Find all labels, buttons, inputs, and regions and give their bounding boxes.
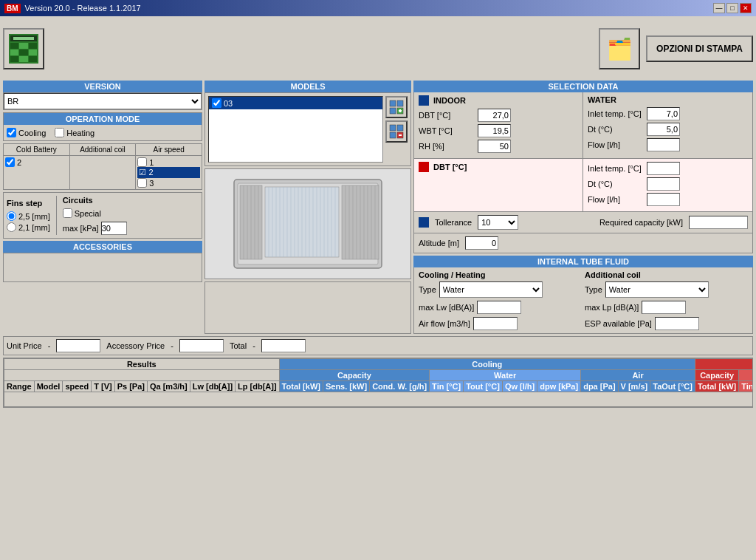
svg-rect-1 xyxy=(397,100,403,106)
svg-rect-0 xyxy=(390,100,396,106)
col-ps: Ps [Pa] xyxy=(114,381,147,392)
calculator-icon xyxy=(9,34,38,64)
col-h-tin: Tin [°C] xyxy=(739,381,753,392)
window-title: Version 20.0 - Release 1.1.2017 xyxy=(25,4,141,13)
top-panels-area: VERSION BRCRDR OPERATION MODE Cooling xyxy=(3,81,753,334)
max-lp-value[interactable] xyxy=(642,301,686,314)
cooling-fluid-select[interactable]: WaterGlycol xyxy=(439,281,543,298)
col-lw: Lw [db[A]] xyxy=(190,381,235,392)
capacity-subheader: Capacity xyxy=(279,370,430,381)
cold-battery-cb[interactable] xyxy=(5,157,15,167)
col-qa: Qa [m3/h] xyxy=(147,381,190,392)
folder-button[interactable]: 🗂️ xyxy=(599,28,640,69)
col-tin-c: Tin [°C] xyxy=(430,381,464,392)
svg-rect-8 xyxy=(390,132,396,138)
right-panel: SELECTION DATA INDOOR DBT xyxy=(413,81,753,334)
svg-rect-2 xyxy=(390,108,396,114)
col-lp: Lp [db[A]] xyxy=(236,381,280,392)
altitude-value[interactable]: 0 xyxy=(465,236,498,250)
add-model-button[interactable] xyxy=(385,96,408,118)
results-table: Results Cooling Heating Capacity Water A… xyxy=(4,358,753,407)
additional-fluid-col: Additional coil Type WaterGlycol xyxy=(585,270,748,298)
cold-battery-header: Cold Battery xyxy=(4,144,70,155)
col-t: T [V] xyxy=(92,381,114,392)
model-list[interactable]: 03 xyxy=(208,96,383,163)
max-lp-row: max Lp [dB(A)] xyxy=(585,301,748,314)
tolerance-indicator xyxy=(419,217,429,228)
col-dpa-pa: dpa [Pa] xyxy=(581,381,618,392)
maximize-button[interactable]: □ xyxy=(726,3,738,13)
flow-value[interactable] xyxy=(647,138,680,151)
folder-icon: 🗂️ xyxy=(607,37,633,61)
req-capacity-value[interactable] xyxy=(689,216,748,229)
dt-value[interactable]: 5,0 xyxy=(647,123,680,136)
circuits-col: Circuits Special max [kPa] xyxy=(56,196,127,235)
results-table-container: Results Cooling Heating Capacity Water A… xyxy=(3,358,753,408)
coil-image xyxy=(205,168,411,279)
water-column: WATER Inlet temp. [°C] 7,0 Dt (°C) 5,0 xyxy=(583,92,752,158)
model-buttons xyxy=(385,96,408,163)
minimize-button[interactable]: — xyxy=(713,3,725,13)
dbt-value[interactable]: 27,0 xyxy=(478,109,511,122)
results-header: Results xyxy=(4,359,280,370)
heating-water-subheader: Water xyxy=(739,370,753,381)
col-v-ms: V [m/s] xyxy=(618,381,650,392)
accessories-middle xyxy=(205,281,411,334)
cooling-air-subheader: Air xyxy=(581,370,695,381)
version-select[interactable]: BRCRDR xyxy=(4,93,202,109)
title-bar: BM Version 20.0 - Release 1.1.2017 — □ ✕ xyxy=(0,0,756,16)
wbt-value[interactable]: 19,5 xyxy=(478,124,511,137)
cooling-water-subheader: Water xyxy=(430,370,581,381)
max-lw-value[interactable] xyxy=(477,301,521,314)
calculator-button[interactable] xyxy=(3,28,44,69)
tolerance-select[interactable]: 5101520 xyxy=(478,215,518,230)
heating-checkbox-label[interactable]: Heating xyxy=(55,128,94,137)
air-flow-value[interactable] xyxy=(473,317,518,330)
col-range: Range xyxy=(4,381,35,392)
additional-coil-cell xyxy=(70,156,137,189)
fins-step-header: Fins step xyxy=(7,199,50,208)
esp-row: ESP available [Pa] xyxy=(585,317,748,330)
bottom-area: Unit Price - Accessory Price - Total - R… xyxy=(3,336,753,408)
inlet-temp-value[interactable]: 7,0 xyxy=(647,107,680,120)
circuits-header: Circuits xyxy=(63,196,127,205)
internal-fluid-section: INTERNAL TUBE FLUID Cooling / Heating Ty… xyxy=(413,256,753,334)
max-kpa-input[interactable] xyxy=(101,222,127,235)
col-speed: speed xyxy=(63,381,92,392)
col-heating-total-kw: Total [kW] xyxy=(695,381,738,392)
col-qw: Qw [l/h] xyxy=(502,381,537,392)
col-tout-c: Tout [°C] xyxy=(464,381,503,392)
cooling-checkbox[interactable] xyxy=(7,128,16,137)
print-options-button[interactable]: OPZIONI DI STAMPA xyxy=(646,35,753,62)
model-item-03[interactable]: 03 xyxy=(209,97,382,109)
heating-header: Heating xyxy=(695,359,753,370)
unit-price-value[interactable] xyxy=(56,339,100,352)
rh-value[interactable]: 50 xyxy=(478,140,511,153)
models-header: MODELS xyxy=(205,81,411,92)
col-total-kw: Total [kW] xyxy=(279,381,323,392)
air-speed-selected[interactable]: ☑ 2 xyxy=(137,167,200,178)
air-flow-row: Air flow [m3/h] xyxy=(419,317,582,330)
middle-panel: MODELS 03 xyxy=(205,81,411,334)
cooling-checkbox-label[interactable]: Cooling xyxy=(7,128,46,137)
red-inlet-temp-value[interactable] xyxy=(647,162,680,175)
version-header: VERSION xyxy=(3,81,202,92)
esp-value[interactable] xyxy=(655,317,699,330)
svg-rect-6 xyxy=(390,125,396,131)
indoor-column: INDOOR DBT [°C] 27,0 WBT [°C] 19,5 xyxy=(414,92,583,158)
additional-fluid-select[interactable]: WaterGlycol xyxy=(605,281,709,298)
cold-battery-cell: 2 xyxy=(4,156,70,189)
red-water-column: Inlet temp. [°C] Dt (°C) Flow [l/h] xyxy=(583,159,752,211)
close-button[interactable]: ✕ xyxy=(740,3,752,13)
accessory-price-value[interactable] xyxy=(179,339,224,352)
operation-mode-section: OPERATION MODE Cooling Heating xyxy=(3,112,202,141)
cooling-header: Cooling xyxy=(279,359,695,370)
selection-data-header: SELECTION DATA xyxy=(413,81,753,92)
accessories-header: ACCESSORIES xyxy=(3,241,202,253)
red-indoor-column: DBT [°C] xyxy=(414,159,583,211)
remove-model-button[interactable] xyxy=(385,120,408,143)
heating-checkbox[interactable] xyxy=(55,128,64,137)
red-flow-value[interactable] xyxy=(647,193,680,206)
red-dt-value[interactable] xyxy=(647,177,680,191)
total-price-value[interactable] xyxy=(261,339,306,352)
